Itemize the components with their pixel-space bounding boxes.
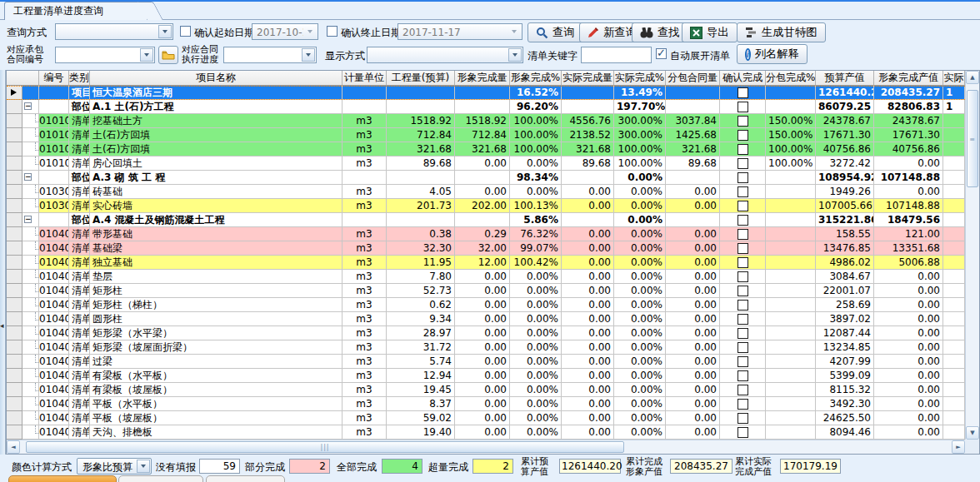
cell-budget_val[interactable]: 13234.85 bbox=[816, 340, 874, 355]
confirm-start-checkbox[interactable] bbox=[180, 26, 191, 37]
tree-cell[interactable]: − bbox=[22, 171, 39, 185]
confirm-checkbox[interactable] bbox=[738, 427, 748, 438]
table-row[interactable]: 010401清单带形基础m30.380.2976.32%0.000.00%0.0… bbox=[7, 227, 965, 241]
cell-act_val[interactable] bbox=[943, 157, 965, 171]
confirm-checkbox[interactable] bbox=[738, 158, 748, 169]
cell-unit[interactable]: m3 bbox=[342, 157, 387, 171]
cell-confirm[interactable] bbox=[720, 425, 766, 440]
cell-confirm[interactable] bbox=[720, 199, 766, 213]
cell-act_pct[interactable]: 0.00% bbox=[614, 397, 666, 411]
cell-act_val[interactable] bbox=[943, 340, 965, 355]
row-indicator[interactable] bbox=[7, 213, 22, 227]
row-indicator[interactable] bbox=[7, 128, 22, 142]
column-header-sub_pct[interactable]: 分包完成% bbox=[766, 71, 816, 86]
cell-act_qty[interactable]: 0.00 bbox=[562, 383, 614, 397]
cell-code[interactable]: 010402 bbox=[39, 312, 69, 326]
cell-code[interactable] bbox=[39, 100, 69, 114]
confirm-end-date-value[interactable] bbox=[401, 26, 493, 39]
cell-cat[interactable]: 部位 bbox=[69, 100, 90, 114]
cell-img_val[interactable]: 0.00 bbox=[874, 340, 943, 355]
cell-cat[interactable]: 清单 bbox=[69, 185, 90, 199]
row-indicator[interactable] bbox=[7, 284, 22, 298]
row-indicator[interactable] bbox=[7, 157, 22, 171]
row-indicator[interactable] bbox=[7, 383, 22, 397]
cell-sub_qty[interactable] bbox=[666, 213, 720, 227]
cell-code[interactable]: 010101 bbox=[39, 114, 69, 128]
cell-budget_val[interactable]: 108954.92 bbox=[816, 171, 874, 185]
cell-name[interactable]: 带形基础 bbox=[90, 227, 342, 241]
cell-name[interactable]: 平板（坡屋板） bbox=[90, 411, 342, 425]
cell-sub_pct[interactable] bbox=[766, 86, 816, 100]
cell-confirm[interactable] bbox=[720, 213, 766, 227]
table-row[interactable]: 010401清单独立基础m311.9512.00100.42%0.000.00%… bbox=[7, 256, 965, 270]
cell-code[interactable] bbox=[39, 86, 69, 100]
cell-budget_val[interactable]: 12087.44 bbox=[816, 326, 874, 340]
cell-img_pct[interactable]: 0.00% bbox=[510, 312, 562, 326]
cell-img_qty[interactable]: 0.00 bbox=[455, 284, 510, 298]
cell-sub_qty[interactable]: 0.00 bbox=[666, 326, 720, 340]
cell-sub_pct[interactable] bbox=[766, 185, 816, 199]
column-help-button[interactable]: i 列名解释 bbox=[737, 44, 808, 64]
cell-name[interactable]: 矩形梁（坡屋面折梁） bbox=[90, 340, 342, 355]
cell-budget_val[interactable]: 86079.25 bbox=[816, 100, 874, 114]
cell-confirm[interactable] bbox=[720, 227, 766, 241]
cell-img_qty[interactable]: 0.00 bbox=[455, 185, 510, 199]
color-mode-combo[interactable]: 形象比预算 bbox=[77, 458, 152, 475]
cell-qty[interactable]: 321.68 bbox=[387, 142, 455, 157]
table-row[interactable]: 010402清单矩形柱（梯柱）m30.620.000.00%0.000.00%0… bbox=[7, 298, 965, 312]
cell-act_val[interactable] bbox=[943, 227, 965, 241]
confirm-end-date-picker[interactable] bbox=[398, 23, 522, 40]
cell-img_val[interactable]: 0.00 bbox=[874, 411, 943, 425]
cell-img_pct[interactable]: 0.00% bbox=[510, 284, 562, 298]
cell-img_qty[interactable]: 0.00 bbox=[455, 383, 510, 397]
cell-qty[interactable]: 28.97 bbox=[387, 326, 455, 340]
cell-img_pct[interactable]: 16.52% bbox=[510, 86, 562, 100]
cell-act_val[interactable]: 1 bbox=[943, 100, 965, 114]
browse-contract-button[interactable] bbox=[158, 46, 178, 64]
cell-unit[interactable]: m3 bbox=[342, 369, 387, 383]
cell-confirm[interactable] bbox=[720, 114, 766, 128]
confirm-checkbox[interactable] bbox=[738, 328, 748, 339]
cell-qty[interactable] bbox=[387, 86, 455, 100]
cell-act_qty[interactable]: 0.00 bbox=[562, 284, 614, 298]
exec-progress-combo[interactable] bbox=[223, 47, 317, 63]
row-indicator[interactable] bbox=[7, 241, 22, 256]
cell-name[interactable]: 垫层 bbox=[90, 270, 342, 284]
cell-confirm[interactable] bbox=[720, 128, 766, 142]
horizontal-scroll-thumb[interactable]: ||| bbox=[26, 441, 624, 453]
cell-budget_val[interactable]: 1949.26 bbox=[816, 185, 874, 199]
display-mode-combo[interactable] bbox=[367, 47, 523, 63]
confirm-checkbox[interactable] bbox=[738, 413, 748, 424]
cell-name[interactable]: 实心砖墙 bbox=[90, 199, 342, 213]
query-mode-combo[interactable] bbox=[55, 23, 173, 40]
cell-name[interactable]: 矩形柱（梯柱） bbox=[90, 298, 342, 312]
cell-img_pct[interactable]: 0.00% bbox=[510, 355, 562, 369]
cell-unit[interactable]: m3 bbox=[342, 397, 387, 411]
cell-unit[interactable]: m3 bbox=[342, 241, 387, 256]
cell-confirm[interactable] bbox=[720, 86, 766, 100]
cell-budget_val[interactable]: 3272.42 bbox=[816, 157, 874, 171]
cell-sub_qty[interactable]: 321.68 bbox=[666, 142, 720, 157]
cell-img_qty[interactable]: 0.00 bbox=[455, 411, 510, 425]
column-header-img_qty[interactable]: 形象完成量 bbox=[455, 71, 510, 86]
cell-act_qty[interactable]: 89.68 bbox=[562, 157, 614, 171]
cell-act_val[interactable] bbox=[943, 114, 965, 128]
cell-sub_qty[interactable] bbox=[666, 171, 720, 185]
row-indicator[interactable] bbox=[7, 199, 22, 213]
cell-sub_qty[interactable]: 89.68 bbox=[666, 157, 720, 171]
column-header-cat[interactable]: 类别 bbox=[69, 71, 90, 86]
cell-qty[interactable] bbox=[387, 100, 455, 114]
cell-act_val[interactable] bbox=[943, 383, 965, 397]
table-row[interactable]: 010403清单矩形梁（坡屋面折梁）m331.720.000.00%0.000.… bbox=[7, 340, 965, 355]
cell-act_pct[interactable]: 0.00% bbox=[614, 425, 666, 440]
cell-img_val[interactable]: 0.00 bbox=[874, 157, 943, 171]
cell-img_pct[interactable]: 5.86% bbox=[510, 213, 562, 227]
cell-act_qty[interactable]: 0.00 bbox=[562, 397, 614, 411]
confirm-checkbox[interactable] bbox=[738, 399, 748, 410]
cell-budget_val[interactable]: 24378.67 bbox=[816, 114, 874, 128]
cell-cat[interactable]: 清单 bbox=[69, 383, 90, 397]
cell-unit[interactable]: m3 bbox=[342, 185, 387, 199]
cell-act_pct[interactable]: 0.00% bbox=[614, 213, 666, 227]
cell-img_val[interactable]: 0.00 bbox=[874, 270, 943, 284]
cell-act_qty[interactable]: 0.00 bbox=[562, 185, 614, 199]
